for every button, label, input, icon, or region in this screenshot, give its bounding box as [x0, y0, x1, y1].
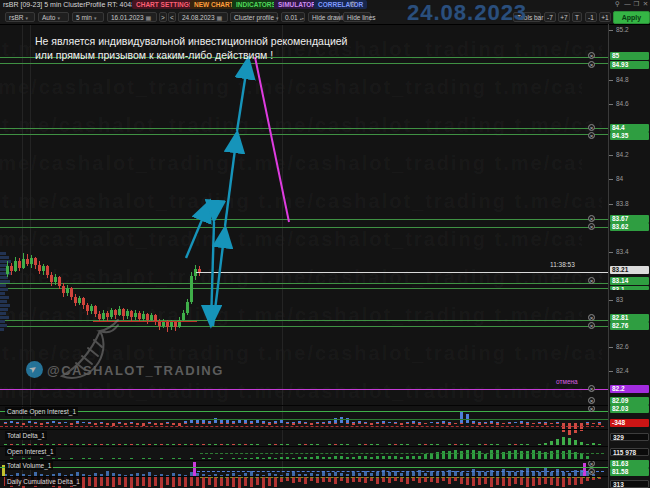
- price-badge: 82.2: [610, 385, 649, 393]
- close-icon[interactable]: ✕: [641, 0, 650, 8]
- indicator-bar: [280, 420, 283, 423]
- close-line-icon[interactable]: ×: [588, 223, 595, 230]
- indicator-bar: [388, 444, 391, 445]
- indicator-bar: [130, 458, 133, 459]
- indicator-bar: [430, 444, 433, 445]
- indicator-bar: [64, 422, 67, 423]
- chevron-down-icon: ▾: [57, 15, 60, 21]
- minus7-button[interactable]: -7: [544, 12, 556, 22]
- tab-correlator[interactable]: CORRELATOR: [314, 0, 367, 9]
- panel-line: [0, 467, 608, 468]
- indicator-bar: [430, 422, 433, 423]
- indicator-bar: [304, 477, 307, 484]
- close-line-icon[interactable]: ×: [588, 322, 595, 329]
- indicator-bar: [460, 444, 463, 445]
- close-line-icon[interactable]: ×: [588, 397, 595, 404]
- candle-body: [14, 261, 17, 271]
- watermark-tile: t.me/cashalot_trading t.me/cashalot_trad…: [0, 228, 582, 251]
- indicator-bar: [268, 457, 271, 459]
- indicator-bar: [88, 444, 91, 445]
- indicator-bar: [70, 444, 73, 445]
- indicator-bar: [418, 444, 421, 445]
- price-level-line: [0, 283, 608, 284]
- tab-chart-settings[interactable]: CHART SETTINGS: [132, 0, 197, 9]
- indicator-bar: [442, 423, 445, 424]
- indicator-bar: [4, 423, 7, 424]
- symbol-select[interactable]: rsBR▾: [5, 12, 35, 22]
- indicator-bar: [568, 438, 571, 445]
- indicator-bar: [58, 458, 61, 459]
- pin-icon[interactable]: ⚲: [613, 0, 622, 8]
- indicator-bar: [334, 477, 337, 484]
- indicator-bar: [82, 422, 85, 423]
- indicator-bar: [202, 477, 205, 488]
- gear-icon[interactable]: ⚙: [349, 0, 356, 9]
- close-line-icon[interactable]: ×: [588, 314, 595, 321]
- indicator-bar: [502, 423, 505, 424]
- plus7-button[interactable]: +7: [558, 12, 570, 22]
- restore-icon[interactable]: ❐: [632, 0, 641, 8]
- hide-drawing-button[interactable]: Hide drawing: [308, 12, 340, 22]
- indicator-bar: [274, 423, 277, 424]
- date-next-button[interactable]: >: [159, 12, 167, 22]
- date-from-field[interactable]: 16.01.2023▦: [107, 12, 157, 22]
- toolbar: rsBR▾ Auto▾ 5 min▾ 16.01.2023▦ > < 24.08…: [0, 10, 650, 25]
- apply-button[interactable]: Apply: [613, 11, 650, 24]
- close-line-icon[interactable]: ×: [588, 124, 595, 131]
- tick-size-stepper[interactable]: 0.01▴▾: [281, 12, 305, 22]
- indicator-bar: [328, 444, 331, 445]
- close-line-icon[interactable]: ×: [588, 468, 595, 475]
- volume-profile-bar: [0, 304, 10, 307]
- candle-body: [118, 309, 121, 315]
- indicator-bar: [292, 458, 295, 459]
- axis-tick-label: 83.4: [616, 248, 650, 255]
- indicator-bar: [568, 477, 571, 485]
- close-line-icon[interactable]: ×: [588, 385, 595, 392]
- volume-profile-bar: [0, 328, 4, 331]
- t-button[interactable]: T: [572, 12, 582, 22]
- indicator-bar: [118, 423, 121, 424]
- indicator-bar: [118, 458, 121, 459]
- hide-lines-button[interactable]: Hide lines: [343, 12, 371, 22]
- indicator-bar: [130, 423, 133, 424]
- indicator-bar: [310, 423, 313, 425]
- close-line-icon[interactable]: ×: [588, 132, 595, 139]
- axis-tick-label: 84.8: [616, 76, 650, 83]
- panel-line: [200, 453, 604, 454]
- close-line-icon[interactable]: ×: [588, 61, 595, 68]
- tab-new-chart[interactable]: NEW CHART: [190, 0, 238, 9]
- minimize-icon[interactable]: —: [623, 0, 632, 7]
- indicator-bar: [586, 456, 589, 459]
- close-line-icon[interactable]: ×: [588, 277, 595, 284]
- indicator-bar: [202, 423, 205, 424]
- axis-tick-label: 83: [616, 296, 650, 303]
- close-line-icon[interactable]: ×: [588, 405, 595, 412]
- candle-body: [10, 266, 13, 271]
- indicator-bar: [256, 444, 259, 445]
- close-line-icon[interactable]: ×: [588, 52, 595, 59]
- date-to-field[interactable]: 24.08.2023▦: [178, 12, 228, 22]
- plus1-button[interactable]: +1: [599, 12, 611, 22]
- mode-select[interactable]: Auto▾: [38, 12, 69, 22]
- indicator-bar: [22, 444, 25, 445]
- indicator-bar: [472, 423, 475, 424]
- minus1-button[interactable]: -1: [585, 12, 597, 22]
- indicator-bar: [124, 423, 127, 425]
- indicator-bar: [466, 477, 469, 485]
- indicator-bar: [178, 477, 181, 486]
- current-time-label: 11:38:53: [550, 261, 575, 268]
- watermark-tile: t.me/cashalot_trading t.me/cashalot_trad…: [0, 152, 582, 175]
- timeframe-select[interactable]: 5 min▾: [72, 12, 104, 22]
- tab-indicators[interactable]: INDICATORS: [232, 0, 280, 9]
- axis-tick-mark: [609, 371, 613, 372]
- indicator-bar: [562, 437, 565, 445]
- indicator-bar: [40, 444, 43, 445]
- close-line-icon[interactable]: ×: [588, 215, 595, 222]
- cancel-line-label: отмена: [556, 378, 578, 385]
- profile-select[interactable]: Cluster profile▾: [230, 12, 278, 22]
- close-line-icon[interactable]: ×: [588, 460, 595, 467]
- indicator-bar: [286, 423, 289, 424]
- indicator-bar: [220, 458, 223, 459]
- date-prev-button[interactable]: <: [168, 12, 176, 22]
- indicator-bar: [322, 457, 325, 459]
